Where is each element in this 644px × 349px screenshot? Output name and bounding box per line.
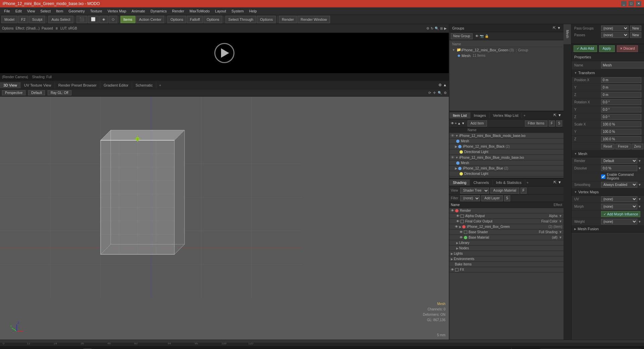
weight-select[interactable]: (none) [601,219,637,225]
eye-icon-2[interactable]: 👁 [451,155,454,159]
discard-btn[interactable]: ✕ Discard [617,45,638,52]
prop-mesh-fusion-section[interactable]: ▶ Mesh Fusion [572,226,644,233]
menu-animate[interactable]: Animate [129,8,148,14]
add-morph-influence-btn[interactable]: ✓ Add Morph Influence [601,211,640,217]
menu-layout[interactable]: Layout [212,8,229,14]
morph-select[interactable]: (none) [601,204,637,209]
menu-system[interactable]: System [229,8,247,14]
shader-environments[interactable]: ▶ Environments [449,256,564,262]
props-tab-mesh[interactable]: Mesh [564,24,571,44]
options-btn-1[interactable]: Options [167,16,186,23]
tab-schematic[interactable]: Schematic [132,82,156,88]
il-tab-add[interactable]: + [523,113,525,117]
freeze-btn[interactable]: Freeze [615,144,631,149]
menu-file[interactable]: File [1,8,13,14]
scale-x-value[interactable]: 100.0 % [601,121,641,127]
sh-filter-select[interactable]: (none) [460,195,480,201]
prop-name-input[interactable] [601,62,644,68]
maximize-btn[interactable]: □ [629,1,634,6]
il-vis-icon-1[interactable]: 👁 [451,121,454,125]
fx-vis[interactable]: 👁 [451,268,454,271]
render-vis[interactable]: 👁 [451,209,454,212]
uv-select[interactable]: (none) [601,196,637,202]
render-window-btn[interactable]: Render Window [298,16,330,23]
action-center-btn[interactable]: Action Center [136,16,165,23]
select-mode-icon-3[interactable]: ◈ [99,16,108,23]
basematerial-vis[interactable]: 👁 [460,236,463,239]
prop-transform-section[interactable]: ▼ Transform [572,69,644,77]
vp-tab-icon-1[interactable]: ⚙ [438,83,442,87]
eye-icon-1[interactable]: 👁 [451,134,454,138]
scale-z-value[interactable]: 100.0 % [601,136,641,142]
menu-render[interactable]: Render [169,8,187,14]
il-vis-icon-3[interactable]: ▲ [458,121,461,125]
pos-z-value[interactable]: 0 m [601,92,641,98]
menu-view[interactable]: View [24,8,38,14]
new-group-btn[interactable]: New Group [451,33,473,39]
auto-add-btn[interactable]: ✓ Auto Add [574,45,597,52]
rot-x-value[interactable]: 0.0 ° [601,99,641,105]
tab-vertex-map-list[interactable]: Vertex Map List [490,112,522,118]
shader-alpha-output[interactable]: 👁 Alpha Output Alpha ▼ [449,213,564,219]
items-btn[interactable]: Items [120,16,136,23]
group-item-root[interactable]: ▼ 📁 iPhone_12_mini_Box_Green (3) : Group [451,47,562,53]
tab-add-btn[interactable]: + [156,82,164,88]
shader-base-shader[interactable]: 👁 Base Shader Full Shading ▼ [449,230,564,235]
scale-y-value[interactable]: 100.0 % [601,129,641,135]
tab-info-stats[interactable]: Info & Statistics [493,180,525,186]
vp-icon-settings[interactable]: ⚙ [444,91,447,95]
item-black-mesh[interactable]: Mesh [449,139,564,144]
viewport-3d[interactable]: Mesh Channels: 0 Deformers: ON GL: 867,1… [0,97,449,340]
il-vis-icon-2[interactable]: + [455,121,457,125]
item-black-folder[interactable]: ▶ iPhone_12_mini_Box_Black (2) [449,144,564,149]
tab-images[interactable]: Images [471,112,490,118]
passes-new-btn[interactable]: New [630,32,641,38]
tab-uv-texture[interactable]: UV Texture View [21,82,55,88]
groups-icon-3[interactable]: 🔒 [485,34,489,38]
select-mode-icon-4[interactable]: ◇ [109,16,117,23]
render-btn[interactable]: Render [279,16,297,23]
select-mode-icon-2[interactable]: ⬜ [88,16,99,23]
pass-groups-select[interactable]: (none) [601,26,629,31]
sh-icon-2[interactable]: ▼ [558,180,561,185]
item-blue-lxo[interactable]: 👁 ▼ iPhone_12_mini_Box_Blue_modo_base.lx… [449,155,564,160]
prop-mesh-section[interactable]: ▼ Mesh [572,150,644,157]
item-directional-light-2[interactable]: Directional Light [449,171,564,177]
shader-iphone-green[interactable]: 👁 ▶ iPhone_12_mini_Box_Green (2) (Item) [449,224,564,230]
menu-select[interactable]: Select [38,8,53,14]
prop-vertex-maps-section[interactable]: ▼ Vertex Maps [572,189,644,196]
item-directional-light-1[interactable]: Directional Light [449,149,564,155]
preview-icon-4[interactable]: ⊞ [440,27,443,30]
dissolve-value[interactable]: 0.0 % [601,165,637,171]
preview-options[interactable]: Options [2,27,13,30]
sh-icon-1[interactable]: ⇱ [553,180,556,185]
vp-icon-zoom[interactable]: 🔍 [438,91,442,95]
apply-btn[interactable]: Apply [599,45,615,52]
close-btn[interactable]: ✕ [636,1,641,6]
menu-item[interactable]: Item [53,8,66,14]
model-btn[interactable]: Model [1,16,17,23]
shader-nodes[interactable]: ▶ Nodes [449,246,564,251]
pos-y-value[interactable]: 0 m [601,85,641,90]
groups-options-icon[interactable]: ▼ [557,26,561,30]
item-blue-folder[interactable]: ▶ iPhone_12_mini_Box_Blue (2) [449,166,564,171]
il-vis-icon-4[interactable]: ▼ [462,121,465,125]
assign-material-btn[interactable]: Assign Material [490,188,519,194]
group-item-mesh[interactable]: ◆ Mesh 11 Items [451,53,562,58]
basematerial-dropdown[interactable]: ▼ [559,236,562,239]
baseshader-dropdown[interactable]: ▼ [559,230,562,234]
item-black-lxo[interactable]: 👁 ▼ iPhone_12_mini_Box_Black_modo_base.l… [449,133,564,139]
menu-edit[interactable]: Edit [13,8,24,14]
shader-library[interactable]: ▶ Library [449,240,564,246]
smoothing-select[interactable]: Always Enabled [601,182,637,188]
preview-icon-1[interactable]: ⚙ [426,27,429,30]
preview-icon-5[interactable]: ▶ [444,27,447,30]
perspective-btn[interactable]: Perspective [2,90,25,95]
finalcolor-vis[interactable]: 👁 [456,219,460,223]
pass-groups-new-btn[interactable]: New [630,26,641,31]
tab-gradient-editor[interactable]: Gradient Editor [100,82,132,88]
preview-icon-3[interactable]: 🔍 [435,27,439,30]
il-icon-2[interactable]: ▼ [558,113,561,117]
menu-vertexmap[interactable]: Vertex Map [105,8,129,14]
preview-play-button[interactable] [214,43,234,63]
